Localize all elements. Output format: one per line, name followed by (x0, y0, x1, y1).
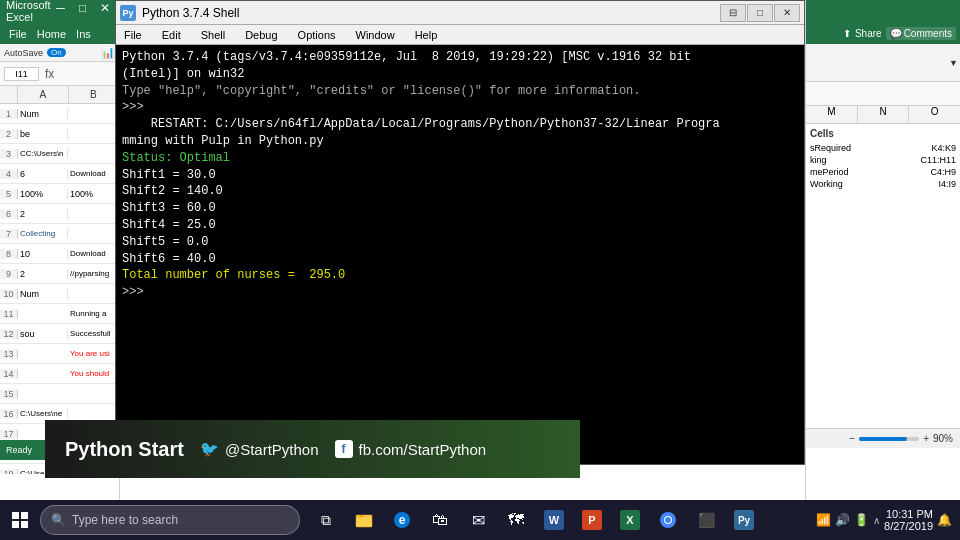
shell-line: Status: Optimal (122, 150, 798, 167)
excel-right-title (806, 0, 960, 22)
excel-comments-area[interactable]: 💬 Comments (886, 27, 956, 40)
twitter-icon: 🐦 (200, 440, 219, 458)
cell-reference-input[interactable] (4, 67, 39, 81)
excel-right-panel: ⬆ Share 💬 Comments ▼ M N O Cells sRequir… (805, 0, 960, 500)
edge-icon[interactable]: e (384, 500, 420, 540)
word-icon[interactable]: W (536, 500, 572, 540)
shell-close-button[interactable]: ✕ (774, 4, 800, 22)
menu-options[interactable]: Options (294, 29, 340, 41)
shell-line: Python 3.7.4 (tags/v3.7.4:e09359112e, Ju… (122, 49, 798, 66)
named-cell-row: mePeriod C4:H9 (810, 167, 956, 177)
svg-text:W: W (549, 514, 560, 526)
named-cell-value-2: C11:H11 (920, 155, 956, 165)
maps-icon[interactable]: 🗺 (498, 500, 534, 540)
taskbar-time-display: 10:31 PM (884, 508, 933, 520)
powerpoint-icon[interactable]: P (574, 500, 610, 540)
excel-ribbon-tabs: File Home Ins (0, 22, 119, 44)
excel-tab-insert[interactable]: Ins (71, 26, 96, 44)
excel-close-button[interactable]: ✕ (95, 1, 115, 21)
taskbar-app-icons: ⧉ e 🛍 ✉ 🗺 W P (308, 500, 762, 540)
excel-title-bar: Microsoft Excel ─ □ ✕ (0, 0, 119, 22)
table-row: 1Num (0, 104, 119, 124)
python-taskbar-icon[interactable]: Py (726, 500, 762, 540)
menu-debug[interactable]: Debug (241, 29, 281, 41)
banner-main-text: Python Start (65, 438, 184, 461)
excel-tab-file[interactable]: File (4, 26, 32, 44)
zoom-slider[interactable] (859, 437, 919, 441)
formula-fx: fx (45, 67, 54, 81)
python-icon: Py (120, 5, 136, 21)
python-banner: Python Start 🐦 @StartPython f fb.com/Sta… (45, 420, 580, 478)
shell-line: Shift1 = 30.0 (122, 167, 798, 184)
twitter-handle: @StartPython (225, 441, 319, 458)
named-cell-value-3: C4:H9 (930, 167, 956, 177)
svg-point-15 (665, 517, 671, 523)
named-cell-label-4: Working (810, 179, 843, 189)
shell-restore-button[interactable]: □ (747, 4, 773, 22)
autosave-label: AutoSave (4, 48, 43, 58)
share-icon: ⬆ (843, 28, 851, 39)
comments-label[interactable]: Comments (904, 28, 952, 39)
excel-minimize-button[interactable]: ─ (51, 1, 71, 21)
col-header-a: A (18, 86, 69, 103)
named-cell-label-2: king (810, 155, 827, 165)
col-header-b: B (69, 86, 120, 103)
dropdown-arrow[interactable]: ▼ (949, 58, 958, 68)
taskbar-clock[interactable]: 10:31 PM 8/27/2019 (884, 508, 933, 532)
mail-icon[interactable]: ✉ (460, 500, 496, 540)
table-row: 7Collecting (0, 224, 119, 244)
table-row: 92//pyparsing (0, 264, 119, 284)
svg-text:Py: Py (738, 515, 751, 526)
chrome-icon[interactable] (650, 500, 686, 540)
banner-twitter-section: 🐦 @StartPython (200, 440, 319, 458)
autosave-toggle[interactable]: On (47, 48, 66, 57)
battery-icon[interactable]: 🔋 (854, 513, 869, 527)
named-cell-row: Working I4:I9 (810, 179, 956, 189)
shell-minimize-button[interactable]: ⊟ (720, 4, 746, 22)
task-view-button[interactable]: ⧉ (308, 500, 344, 540)
named-cell-row: sRequired K4:K9 (810, 143, 956, 153)
file-explorer-icon[interactable] (346, 500, 382, 540)
shell-line: Shift3 = 60.0 (122, 200, 798, 217)
excel-col-headers-left: A B (0, 86, 119, 104)
wifi-icon[interactable]: 📶 (816, 513, 831, 527)
col-header-m: M (806, 106, 858, 123)
taskbar-system-tray: 📶 🔊 🔋 ∧ 10:31 PM 8/27/2019 🔔 (816, 508, 960, 532)
shell-prompt: >>> (122, 284, 798, 301)
taskbar-search-icon: 🔍 (51, 513, 66, 527)
table-row: 14You should (0, 364, 119, 384)
excel-share-area[interactable]: ⬆ Share (843, 28, 882, 39)
shell-line: Shift6 = 40.0 (122, 251, 798, 268)
menu-edit[interactable]: Edit (158, 29, 185, 41)
excel-window-buttons[interactable]: ─ □ ✕ (51, 1, 115, 21)
store-icon[interactable]: 🛍 (422, 500, 458, 540)
excel-tab-home[interactable]: Home (32, 26, 71, 44)
menu-file[interactable]: File (120, 29, 146, 41)
volume-icon[interactable]: 🔊 (835, 513, 850, 527)
terminal-icon[interactable]: ⬛ (688, 500, 724, 540)
table-row: 46Download (0, 164, 119, 184)
svg-rect-0 (12, 512, 19, 519)
menu-shell[interactable]: Shell (197, 29, 229, 41)
named-cell-value-4: I4:I9 (938, 179, 956, 189)
col-header-o: O (909, 106, 960, 123)
svg-text:P: P (588, 514, 595, 526)
excel-autosave-row: AutoSave On 📊 (0, 44, 119, 62)
excel-maximize-button[interactable]: □ (73, 1, 93, 21)
system-tray-icons[interactable]: 📶 🔊 🔋 ∧ (816, 513, 880, 527)
table-row: 10Num (0, 284, 119, 304)
zoom-minus[interactable]: − (849, 433, 855, 444)
start-button[interactable] (0, 500, 40, 540)
notification-icon[interactable]: 🔔 (937, 513, 952, 527)
excel-taskbar-icon[interactable]: X (612, 500, 648, 540)
python-shell-window: Py Python 3.7.4 Shell ⊟ □ ✕ File Edit Sh… (115, 0, 805, 465)
svg-text:X: X (626, 514, 634, 526)
menu-help[interactable]: Help (411, 29, 442, 41)
system-tray-expand[interactable]: ∧ (873, 515, 880, 526)
taskbar-search-bar[interactable]: 🔍 Type here to search (40, 505, 300, 535)
shell-window-buttons[interactable]: ⊟ □ ✕ (720, 4, 800, 22)
menu-window[interactable]: Window (352, 29, 399, 41)
share-label[interactable]: Share (855, 28, 882, 39)
shell-line: Type "help", "copyright", "credits" or "… (122, 83, 798, 100)
zoom-plus[interactable]: + (923, 433, 929, 444)
